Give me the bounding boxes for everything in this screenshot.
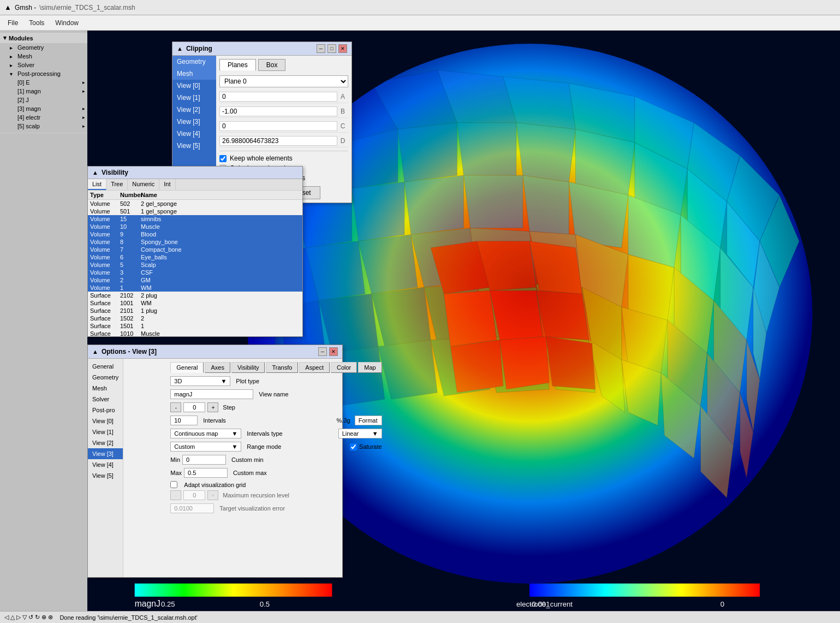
clip-keep-whole-checkbox[interactable]: [219, 155, 227, 162]
opt-tab-aspect[interactable]: Aspect: [299, 362, 330, 373]
vis-row[interactable]: Volume 10 Muscle: [88, 223, 302, 230]
opt-tab-general[interactable]: General: [170, 362, 204, 373]
opt-range-mode-select[interactable]: Custom ▼: [170, 442, 241, 452]
vis-row[interactable]: Volume 1 WM: [88, 284, 302, 292]
visibility-titlebar[interactable]: ▲ Visibility: [88, 167, 302, 179]
tree-geometry[interactable]: ▸ Geometry: [8, 43, 87, 52]
options-sb-view5[interactable]: View [5]: [88, 470, 123, 481]
tree-solver[interactable]: ▸ Solver: [8, 61, 87, 69]
clip-param-c-input[interactable]: [219, 121, 337, 131]
opt-view-name-input[interactable]: [170, 389, 253, 399]
options-sb-mesh[interactable]: Mesh: [88, 383, 123, 394]
vis-row[interactable]: Volume 15 simnibs: [88, 215, 302, 223]
options-sb-view3[interactable]: View [3]: [88, 448, 123, 459]
options-sb-view0[interactable]: View [0]: [88, 416, 123, 426]
options-sb-view4[interactable]: View [4]: [88, 459, 123, 470]
vis-row[interactable]: Volume 502 2 gel_sponge: [88, 200, 302, 207]
vis-row[interactable]: Surface 1010 Muscle: [88, 330, 302, 336]
clipping-maximize-btn[interactable]: □: [327, 44, 336, 53]
clip-tab-box[interactable]: Box: [258, 59, 286, 71]
tree-view-1magn[interactable]: [1] magn ▸: [15, 87, 87, 96]
solver-expand-icon: ▸: [10, 62, 16, 68]
vis-tab-tree[interactable]: Tree: [106, 179, 128, 190]
clip-tab-planes[interactable]: Planes: [219, 59, 256, 71]
options-sb-view2[interactable]: View [2]: [88, 437, 123, 448]
opt-view-name-label: View name: [259, 391, 288, 397]
tree-view-2j[interactable]: [2] J: [15, 96, 87, 104]
opt-saturate-checkbox[interactable]: [350, 443, 357, 450]
vis-row[interactable]: Surface 1501 1: [88, 322, 302, 330]
clip-submenu-view0[interactable]: View [0]: [172, 80, 216, 92]
opt-custom-max-input[interactable]: [184, 468, 228, 478]
clip-submenu-view5[interactable]: View [5]: [172, 140, 216, 152]
tree-view-0e-arrow: ▸: [82, 80, 85, 85]
clipping-minimize-btn[interactable]: ─: [317, 44, 325, 53]
opt-intervals-type-select[interactable]: Continuous map ▼: [170, 429, 241, 438]
clipping-titlebar[interactable]: ▲ Clipping ─ □ ✕: [172, 42, 352, 56]
opt-tab-color[interactable]: Color: [331, 362, 357, 373]
menu-window[interactable]: Window: [50, 17, 84, 29]
vis-row[interactable]: Surface 2102 2 plug: [88, 292, 302, 299]
tree-view-0e[interactable]: [0] E ▸: [15, 78, 87, 87]
clip-submenu-geometry[interactable]: Geometry: [172, 56, 216, 68]
opt-step-minus[interactable]: -: [170, 402, 181, 412]
vis-row[interactable]: Volume 6 Eye_balls: [88, 253, 302, 261]
menu-tools[interactable]: Tools: [23, 17, 50, 29]
options-sb-view1[interactable]: View [1]: [88, 426, 123, 437]
tree-view-3magn-arrow: ▸: [82, 106, 85, 111]
tree-view-5scalp[interactable]: [5] scalp ▸: [15, 122, 87, 130]
vis-row[interactable]: Volume 7 Compact_bone: [88, 246, 302, 253]
vis-row[interactable]: Volume 5 Scalp: [88, 261, 302, 269]
tree-view-3magn[interactable]: [3] magn ▸: [15, 104, 87, 113]
opt-adapt-checkbox[interactable]: [170, 481, 177, 488]
opt-step-plus[interactable]: +: [207, 402, 218, 412]
tree-view-4electr[interactable]: [4] electr ▸: [15, 113, 87, 122]
clipping-close-btn[interactable]: ✕: [338, 44, 347, 53]
vis-row[interactable]: Volume 2 GM: [88, 276, 302, 284]
options-close-btn[interactable]: ✕: [329, 347, 338, 356]
vis-row[interactable]: Volume 8 Spongy_bone: [88, 238, 302, 246]
vis-row[interactable]: Volume 9 Blood: [88, 230, 302, 238]
svg-text:0.5: 0.5: [260, 600, 270, 608]
options-sb-geometry[interactable]: Geometry: [88, 372, 123, 383]
opt-tab-axes[interactable]: Axes: [205, 362, 230, 373]
vis-cell-type: Volume: [88, 246, 118, 253]
tree-postpro[interactable]: ▾ Post-processing: [8, 69, 87, 78]
opt-format-input[interactable]: [355, 416, 382, 425]
clip-submenu-view4[interactable]: View [4]: [172, 128, 216, 140]
clip-submenu-view3[interactable]: View [3]: [172, 116, 216, 128]
options-sb-solver[interactable]: Solver: [88, 394, 123, 405]
opt-custom-min-input[interactable]: [182, 455, 226, 465]
vis-tab-list[interactable]: List: [88, 179, 106, 190]
vis-row[interactable]: Surface 1001 WM: [88, 299, 302, 307]
vis-row[interactable]: Surface 2101 1 plug: [88, 307, 302, 315]
clip-submenu-view1[interactable]: View [1]: [172, 92, 216, 104]
clip-param-d-input[interactable]: [219, 136, 337, 146]
vis-row[interactable]: Volume 3 CSF: [88, 269, 302, 276]
options-minimize-btn[interactable]: ─: [318, 347, 327, 356]
clip-param-a-input[interactable]: [219, 92, 337, 102]
clip-submenu-mesh[interactable]: Mesh: [172, 68, 216, 80]
opt-intervals-type-label: Intervals type: [247, 430, 333, 437]
opt-tab-visibility[interactable]: Visibility: [231, 362, 265, 373]
vis-row[interactable]: Volume 501 1 gel_sponge: [88, 207, 302, 215]
vis-tab-int[interactable]: Int: [159, 179, 175, 190]
opt-tab-transfo[interactable]: Transfo: [266, 362, 298, 373]
options-sb-postpro[interactable]: Post-pro: [88, 405, 123, 416]
clip-submenu-view2[interactable]: View [2]: [172, 104, 216, 116]
opt-step-value[interactable]: [183, 402, 205, 412]
tree-mesh[interactable]: ▸ Mesh: [8, 52, 87, 61]
vis-row[interactable]: Surface 1502 2: [88, 315, 302, 322]
opt-intervals-input[interactable]: [170, 416, 198, 425]
opt-tab-map[interactable]: Map: [358, 362, 382, 373]
vis-cell-type: Surface: [88, 330, 118, 336]
vis-tab-numeric[interactable]: Numeric: [128, 179, 159, 190]
options-titlebar[interactable]: ▲ Options - View [3] ─ ✕: [88, 345, 342, 359]
clip-keep-whole[interactable]: Keep whole elements: [219, 155, 348, 162]
opt-linear-select[interactable]: Linear ▼: [338, 429, 382, 438]
options-sb-general[interactable]: General: [88, 361, 123, 372]
clip-plane-select[interactable]: Plane 0: [219, 75, 348, 87]
menu-file[interactable]: File: [2, 17, 23, 29]
clip-param-b-input[interactable]: [219, 106, 337, 116]
opt-plot-type-select[interactable]: 3D ▼: [170, 376, 230, 386]
